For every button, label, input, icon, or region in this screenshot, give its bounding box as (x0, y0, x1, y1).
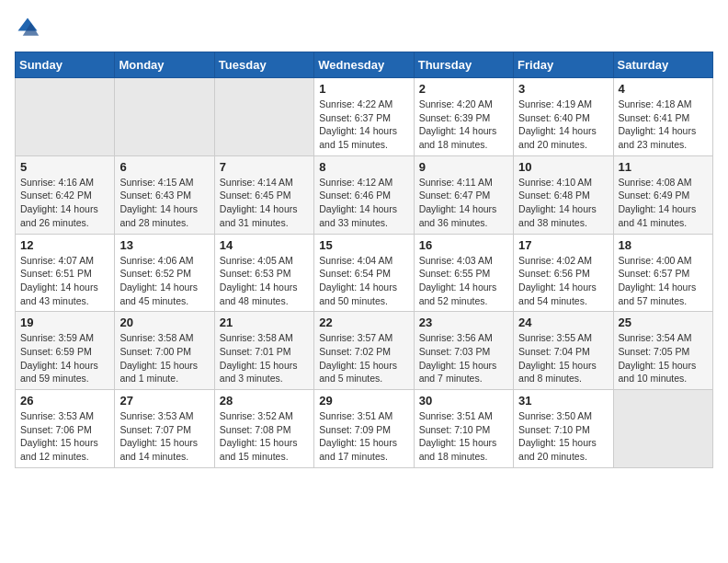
day-number: 6 (119, 160, 209, 174)
table-row: 12Sunrise: 4:07 AMSunset: 6:51 PMDayligh… (16, 234, 115, 312)
day-number: 30 (419, 394, 508, 408)
day-number: 14 (220, 238, 309, 252)
day-info: Sunrise: 4:14 AMSunset: 6:45 PMDaylight:… (220, 176, 309, 230)
day-info: Sunrise: 3:59 AMSunset: 6:59 PMDaylight:… (20, 331, 109, 385)
day-info: Sunrise: 4:03 AMSunset: 6:55 PMDaylight:… (419, 254, 508, 308)
day-info: Sunrise: 3:51 AMSunset: 7:10 PMDaylight:… (419, 409, 508, 464)
day-number: 10 (518, 160, 608, 174)
day-number: 15 (319, 238, 408, 252)
table-row: 22Sunrise: 3:57 AMSunset: 7:02 PMDayligh… (314, 312, 414, 390)
day-info: Sunrise: 4:20 AMSunset: 6:39 PMDaylight:… (419, 98, 508, 152)
day-number: 26 (20, 394, 109, 408)
col-tuesday: Tuesday (214, 52, 313, 78)
day-info: Sunrise: 3:58 AMSunset: 7:00 PMDaylight:… (119, 331, 209, 385)
day-info: Sunrise: 4:10 AMSunset: 6:48 PMDaylight:… (518, 176, 608, 230)
table-row (214, 78, 313, 156)
table-row: 8Sunrise: 4:12 AMSunset: 6:46 PMDaylight… (314, 155, 414, 234)
table-row: 26Sunrise: 3:53 AMSunset: 7:06 PMDayligh… (16, 390, 115, 468)
day-number: 16 (419, 238, 508, 252)
day-number: 17 (518, 238, 608, 252)
day-info: Sunrise: 4:16 AMSunset: 6:42 PMDaylight:… (20, 176, 109, 230)
day-info: Sunrise: 4:07 AMSunset: 6:51 PMDaylight:… (20, 254, 109, 308)
table-row: 3Sunrise: 4:19 AMSunset: 6:40 PMDaylight… (514, 78, 613, 156)
day-info: Sunrise: 4:06 AMSunset: 6:52 PMDaylight:… (119, 254, 209, 308)
day-info: Sunrise: 4:18 AMSunset: 6:41 PMDaylight:… (619, 98, 708, 152)
day-number: 9 (419, 160, 508, 174)
day-number: 12 (20, 238, 109, 252)
day-number: 22 (319, 316, 408, 329)
table-row: 17Sunrise: 4:02 AMSunset: 6:56 PMDayligh… (514, 234, 613, 312)
day-number: 27 (119, 394, 209, 408)
table-row: 2Sunrise: 4:20 AMSunset: 6:39 PMDaylight… (414, 78, 513, 156)
logo (15, 15, 44, 40)
day-info: Sunrise: 4:02 AMSunset: 6:56 PMDaylight:… (518, 254, 608, 308)
table-row: 25Sunrise: 3:54 AMSunset: 7:05 PMDayligh… (613, 312, 712, 390)
day-number: 25 (619, 316, 708, 329)
day-number: 28 (220, 394, 309, 408)
table-row: 9Sunrise: 4:11 AMSunset: 6:47 PMDaylight… (414, 155, 513, 234)
day-info: Sunrise: 4:15 AMSunset: 6:43 PMDaylight:… (119, 176, 209, 230)
table-row: 18Sunrise: 4:00 AMSunset: 6:57 PMDayligh… (613, 234, 712, 312)
day-info: Sunrise: 3:53 AMSunset: 7:07 PMDaylight:… (119, 409, 209, 464)
calendar-header: Sunday Monday Tuesday Wednesday Thursday… (16, 52, 713, 78)
table-row: 30Sunrise: 3:51 AMSunset: 7:10 PMDayligh… (414, 390, 513, 468)
table-row (115, 78, 214, 156)
day-number: 7 (220, 160, 309, 174)
day-info: Sunrise: 3:54 AMSunset: 7:05 PMDaylight:… (619, 331, 708, 385)
table-row: 29Sunrise: 3:51 AMSunset: 7:09 PMDayligh… (314, 390, 414, 468)
day-number: 8 (319, 160, 408, 174)
col-saturday: Saturday (613, 52, 712, 78)
day-info: Sunrise: 3:52 AMSunset: 7:08 PMDaylight:… (220, 409, 309, 464)
table-row: 14Sunrise: 4:05 AMSunset: 6:53 PMDayligh… (214, 234, 313, 312)
day-info: Sunrise: 3:51 AMSunset: 7:09 PMDaylight:… (319, 409, 408, 464)
day-info: Sunrise: 3:55 AMSunset: 7:04 PMDaylight:… (518, 331, 608, 385)
col-friday: Friday (514, 52, 613, 78)
table-row: 31Sunrise: 3:50 AMSunset: 7:10 PMDayligh… (514, 390, 613, 468)
col-thursday: Thursday (414, 52, 513, 78)
table-row: 20Sunrise: 3:58 AMSunset: 7:00 PMDayligh… (115, 312, 214, 390)
day-number: 21 (220, 316, 309, 329)
day-number: 24 (518, 316, 608, 329)
logo-icon (15, 15, 40, 40)
table-row: 16Sunrise: 4:03 AMSunset: 6:55 PMDayligh… (414, 234, 513, 312)
table-row: 15Sunrise: 4:04 AMSunset: 6:54 PMDayligh… (314, 234, 414, 312)
day-info: Sunrise: 3:56 AMSunset: 7:03 PMDaylight:… (419, 331, 508, 385)
day-number: 1 (319, 82, 408, 96)
day-number: 5 (20, 160, 109, 174)
day-info: Sunrise: 3:57 AMSunset: 7:02 PMDaylight:… (319, 331, 408, 385)
table-row: 27Sunrise: 3:53 AMSunset: 7:07 PMDayligh… (115, 390, 214, 468)
table-row (16, 78, 115, 156)
table-row: 5Sunrise: 4:16 AMSunset: 6:42 PMDaylight… (16, 155, 115, 234)
col-sunday: Sunday (16, 52, 115, 78)
table-row: 24Sunrise: 3:55 AMSunset: 7:04 PMDayligh… (514, 312, 613, 390)
day-number: 18 (619, 238, 708, 252)
table-row: 19Sunrise: 3:59 AMSunset: 6:59 PMDayligh… (16, 312, 115, 390)
day-number: 20 (119, 316, 209, 329)
col-wednesday: Wednesday (314, 52, 414, 78)
page-header (15, 15, 713, 40)
day-number: 31 (518, 394, 608, 408)
calendar-body: 1Sunrise: 4:22 AMSunset: 6:37 PMDaylight… (16, 78, 713, 468)
day-number: 29 (319, 394, 408, 408)
table-row: 23Sunrise: 3:56 AMSunset: 7:03 PMDayligh… (414, 312, 513, 390)
day-info: Sunrise: 3:58 AMSunset: 7:01 PMDaylight:… (220, 331, 309, 385)
day-info: Sunrise: 3:53 AMSunset: 7:06 PMDaylight:… (20, 409, 109, 464)
day-number: 23 (419, 316, 508, 329)
table-row: 11Sunrise: 4:08 AMSunset: 6:49 PMDayligh… (613, 155, 712, 234)
day-number: 3 (518, 82, 608, 96)
day-info: Sunrise: 4:00 AMSunset: 6:57 PMDaylight:… (619, 254, 708, 308)
day-info: Sunrise: 3:50 AMSunset: 7:10 PMDaylight:… (518, 409, 608, 464)
table-row: 7Sunrise: 4:14 AMSunset: 6:45 PMDaylight… (214, 155, 313, 234)
day-info: Sunrise: 4:05 AMSunset: 6:53 PMDaylight:… (220, 254, 309, 308)
calendar-table: Sunday Monday Tuesday Wednesday Thursday… (15, 52, 713, 468)
day-number: 13 (119, 238, 209, 252)
table-row: 6Sunrise: 4:15 AMSunset: 6:43 PMDaylight… (115, 155, 214, 234)
table-row: 13Sunrise: 4:06 AMSunset: 6:52 PMDayligh… (115, 234, 214, 312)
day-info: Sunrise: 4:11 AMSunset: 6:47 PMDaylight:… (419, 176, 508, 230)
day-info: Sunrise: 4:08 AMSunset: 6:49 PMDaylight:… (619, 176, 708, 230)
day-number: 11 (619, 160, 708, 174)
day-info: Sunrise: 4:04 AMSunset: 6:54 PMDaylight:… (319, 254, 408, 308)
day-number: 19 (20, 316, 109, 329)
table-row: 1Sunrise: 4:22 AMSunset: 6:37 PMDaylight… (314, 78, 414, 156)
day-info: Sunrise: 4:12 AMSunset: 6:46 PMDaylight:… (319, 176, 408, 230)
